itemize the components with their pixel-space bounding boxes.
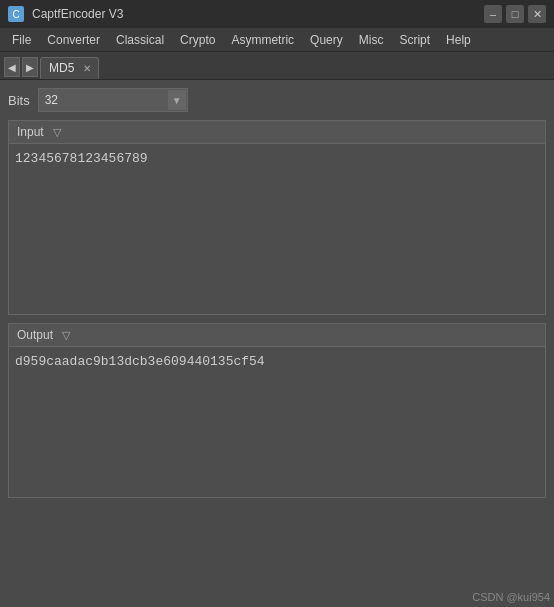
menu-item-asymmetric-label: Asymmetric (231, 33, 294, 47)
tab-label: MD5 (49, 61, 74, 75)
menu-item-crypto-label: Crypto (180, 33, 215, 47)
menu-item-classical-label: Classical (116, 33, 164, 47)
input-panel-body[interactable]: 12345678123456789 (9, 144, 545, 314)
output-panel-body: d959caadac9b13dcb3e609440135cf54 (9, 347, 545, 497)
menu-item-file-label: File (12, 33, 31, 47)
output-filter-icon[interactable]: ▽ (59, 328, 73, 342)
tab-nav-right[interactable]: ▶ (22, 57, 38, 77)
menu-item-script-label: Script (399, 33, 430, 47)
maximize-button[interactable]: □ (506, 5, 524, 23)
input-panel-label: Input (17, 125, 44, 139)
menu-item-misc-label: Misc (359, 33, 384, 47)
title-bar-controls: – □ ✕ (484, 5, 546, 23)
app-title: CaptfEncoder V3 (32, 7, 123, 21)
menu-item-classical[interactable]: Classical (108, 29, 172, 51)
watermark-text: CSDN @kui954 (472, 591, 550, 603)
bits-row: Bits 32 64 128 256 ▼ (8, 88, 546, 112)
title-bar-left: C CaptfEncoder V3 (8, 6, 123, 22)
main-content: Bits 32 64 128 256 ▼ Input ▽ 12345678123… (0, 80, 554, 607)
watermark: CSDN @kui954 (472, 591, 550, 603)
close-button[interactable]: ✕ (528, 5, 546, 23)
menu-item-help[interactable]: Help (438, 29, 479, 51)
bits-select[interactable]: 32 64 128 256 (38, 88, 188, 112)
input-value: 12345678123456789 (15, 151, 148, 166)
output-panel: Output ▽ d959caadac9b13dcb3e609440135cf5… (8, 323, 546, 498)
input-filter-icon[interactable]: ▽ (50, 125, 64, 139)
minimize-button[interactable]: – (484, 5, 502, 23)
menu-item-help-label: Help (446, 33, 471, 47)
input-panel: Input ▽ 12345678123456789 (8, 120, 546, 315)
bits-label: Bits (8, 93, 30, 108)
output-panel-header: Output ▽ (9, 324, 545, 347)
output-value: d959caadac9b13dcb3e609440135cf54 (15, 354, 265, 369)
menu-item-query[interactable]: Query (302, 29, 351, 51)
menu-item-asymmetric[interactable]: Asymmetric (223, 29, 302, 51)
tab-md5[interactable]: MD5 ✕ (40, 57, 99, 79)
title-bar: C CaptfEncoder V3 – □ ✕ (0, 0, 554, 28)
menu-item-crypto[interactable]: Crypto (172, 29, 223, 51)
output-panel-label: Output (17, 328, 53, 342)
menu-item-converter[interactable]: Converter (39, 29, 108, 51)
tab-close-icon[interactable]: ✕ (80, 61, 94, 75)
app-icon: C (8, 6, 24, 22)
tab-nav-left[interactable]: ◀ (4, 57, 20, 77)
bits-select-wrapper: 32 64 128 256 ▼ (38, 88, 188, 112)
menu-item-misc[interactable]: Misc (351, 29, 392, 51)
menu-item-converter-label: Converter (47, 33, 100, 47)
menu-item-query-label: Query (310, 33, 343, 47)
input-panel-header: Input ▽ (9, 121, 545, 144)
tab-bar: ◀ ▶ MD5 ✕ (0, 52, 554, 80)
menu-item-script[interactable]: Script (391, 29, 438, 51)
menu-item-file[interactable]: File (4, 29, 39, 51)
menu-bar: File Converter Classical Crypto Asymmetr… (0, 28, 554, 52)
